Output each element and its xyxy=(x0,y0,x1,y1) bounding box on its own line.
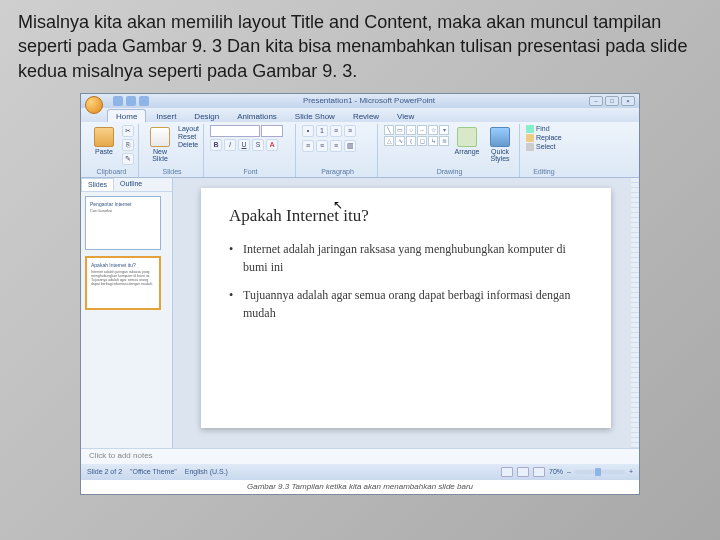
find-label: Find xyxy=(536,125,550,132)
tab-animations[interactable]: Animations xyxy=(229,110,285,122)
group-paragraph: • 1 ≡ ≡ ≡ ≡ ≡ ▥ Paragraph xyxy=(298,124,378,177)
align-center-button[interactable]: ≡ xyxy=(316,140,328,152)
font-size-select[interactable] xyxy=(261,125,283,137)
status-language[interactable]: English (U.S.) xyxy=(185,468,228,475)
status-slide: Slide 2 of 2 xyxy=(87,468,122,475)
group-label: Editing xyxy=(526,168,562,176)
quick-styles-button[interactable]: Quick Styles xyxy=(485,125,515,162)
shape-oval-icon[interactable]: ○ xyxy=(406,125,416,135)
close-button[interactable]: × xyxy=(621,96,635,106)
slideshow-view-button[interactable] xyxy=(533,467,545,477)
slide-canvas[interactable]: Apakah Internet itu? Internet adalah jar… xyxy=(201,188,611,428)
ribbon-tabs: Home Insert Design Animations Slide Show… xyxy=(81,108,639,122)
indent-dec-button[interactable]: ≡ xyxy=(330,125,342,137)
shape-arrow-icon[interactable]: → xyxy=(417,125,427,135)
normal-view-button[interactable] xyxy=(501,467,513,477)
notes-pane[interactable]: Click to add notes xyxy=(81,448,639,464)
arrange-icon xyxy=(457,127,477,147)
font-family-select[interactable] xyxy=(210,125,260,137)
quick-styles-icon xyxy=(490,127,510,147)
panel-tab-slides[interactable]: Slides xyxy=(81,178,114,191)
italic-button[interactable]: I xyxy=(224,139,236,151)
font-color-button[interactable]: A xyxy=(266,139,278,151)
shape-rect-icon[interactable]: ▭ xyxy=(395,125,405,135)
tab-view[interactable]: View xyxy=(389,110,422,122)
new-slide-button[interactable]: New Slide xyxy=(145,125,175,162)
replace-button[interactable]: Replace xyxy=(526,134,562,142)
numbering-button[interactable]: 1 xyxy=(316,125,328,137)
arrange-button[interactable]: Arrange xyxy=(452,125,482,155)
copy-icon[interactable]: ⎘ xyxy=(122,139,134,151)
group-font: B I U S A Font xyxy=(206,124,296,177)
workarea: Slides Outline Pengantar Internet Cari k… xyxy=(81,178,639,448)
slide-stage: ↖ Apakah Internet itu? Internet adalah j… xyxy=(173,178,639,448)
paste-button[interactable]: Paste xyxy=(89,125,119,155)
group-label: Slides xyxy=(145,168,199,176)
vertical-scrollbar[interactable] xyxy=(631,178,639,448)
slide-thumbnail[interactable]: Pengantar Internet Cari koneksi xyxy=(85,196,161,250)
office-button[interactable] xyxy=(85,96,103,114)
slide-content[interactable]: Internet adalah jaringan raksasa yang me… xyxy=(229,240,583,322)
group-drawing: ╲ ▭ ○ → ☆ ▾ △ ∿ { ◻ ↳ ≋ Arrange xyxy=(380,124,520,177)
shape-star-icon[interactable]: ☆ xyxy=(428,125,438,135)
shape-curve-icon[interactable]: ∿ xyxy=(395,136,405,146)
powerpoint-window: Presentation1 - Microsoft PowerPoint – □… xyxy=(80,93,640,495)
redo-icon[interactable] xyxy=(139,96,149,106)
zoom-in-button[interactable]: + xyxy=(629,468,633,475)
zoom-out-button[interactable]: – xyxy=(567,468,571,475)
thumb-body: Cari koneksi xyxy=(90,209,156,214)
reset-button[interactable]: Reset xyxy=(178,133,199,140)
underline-button[interactable]: U xyxy=(238,139,250,151)
group-editing: Find Replace Select Editing xyxy=(522,124,566,177)
shapes-gallery[interactable]: ╲ ▭ ○ → ☆ ▾ △ ∿ { ◻ ↳ ≋ xyxy=(384,125,449,146)
arrange-label: Arrange xyxy=(455,148,480,155)
zoom-percent[interactable]: 70% xyxy=(549,468,563,475)
minimize-button[interactable]: – xyxy=(589,96,603,106)
format-painter-icon[interactable]: ✎ xyxy=(122,153,134,165)
cursor-icon: ↖ xyxy=(333,198,343,212)
shape-more-icon[interactable]: ▾ xyxy=(439,125,449,135)
tab-slideshow[interactable]: Slide Show xyxy=(287,110,343,122)
bullets-button[interactable]: • xyxy=(302,125,314,137)
tab-home[interactable]: Home xyxy=(107,109,146,122)
find-button[interactable]: Find xyxy=(526,125,562,133)
delete-button[interactable]: Delete xyxy=(178,141,199,148)
cut-icon[interactable]: ✂ xyxy=(122,125,134,137)
sorter-view-button[interactable] xyxy=(517,467,529,477)
group-slides: New Slide Layout Reset Delete Slides xyxy=(141,124,204,177)
bullet-item[interactable]: Tujuannya adalah agar semua orang dapat … xyxy=(229,286,583,322)
select-button[interactable]: Select xyxy=(526,143,562,151)
zoom-slider[interactable] xyxy=(575,470,625,474)
tab-insert[interactable]: Insert xyxy=(148,110,184,122)
maximize-button[interactable]: □ xyxy=(605,96,619,106)
shape-brace-icon[interactable]: { xyxy=(406,136,416,146)
bold-button[interactable]: B xyxy=(210,139,222,151)
align-left-button[interactable]: ≡ xyxy=(302,140,314,152)
thumb-body: Internet adalah jaringan raksasa yang me… xyxy=(91,270,155,287)
shape-line-icon[interactable]: ╲ xyxy=(384,125,394,135)
align-right-button[interactable]: ≡ xyxy=(330,140,342,152)
strike-button[interactable]: S xyxy=(252,139,264,151)
shape-callout-icon[interactable]: ◻ xyxy=(417,136,427,146)
statusbar: Slide 2 of 2 "Office Theme" English (U.S… xyxy=(81,464,639,480)
group-label: Clipboard xyxy=(89,168,134,176)
quick-styles-label: Quick Styles xyxy=(491,148,510,162)
bullet-item[interactable]: Internet adalah jaringan raksasa yang me… xyxy=(229,240,583,276)
slide-thumbnail[interactable]: Apakah Internet itu? Internet adalah jar… xyxy=(85,256,161,310)
titlebar: Presentation1 - Microsoft PowerPoint – □… xyxy=(81,94,639,108)
layout-button[interactable]: Layout xyxy=(178,125,199,132)
shape-scroll-icon[interactable]: ≋ xyxy=(439,136,449,146)
columns-button[interactable]: ▥ xyxy=(344,140,356,152)
save-icon[interactable] xyxy=(113,96,123,106)
slide-title[interactable]: Apakah Internet itu? xyxy=(229,206,583,226)
undo-icon[interactable] xyxy=(126,96,136,106)
panel-tab-outline[interactable]: Outline xyxy=(114,178,148,191)
tab-design[interactable]: Design xyxy=(186,110,227,122)
indent-inc-button[interactable]: ≡ xyxy=(344,125,356,137)
shape-connector-icon[interactable]: ↳ xyxy=(428,136,438,146)
shape-tri-icon[interactable]: △ xyxy=(384,136,394,146)
status-theme: "Office Theme" xyxy=(130,468,177,475)
intro-paragraph: Misalnya kita akan memilih layout Title … xyxy=(0,0,720,89)
tab-review[interactable]: Review xyxy=(345,110,387,122)
new-slide-icon xyxy=(150,127,170,147)
